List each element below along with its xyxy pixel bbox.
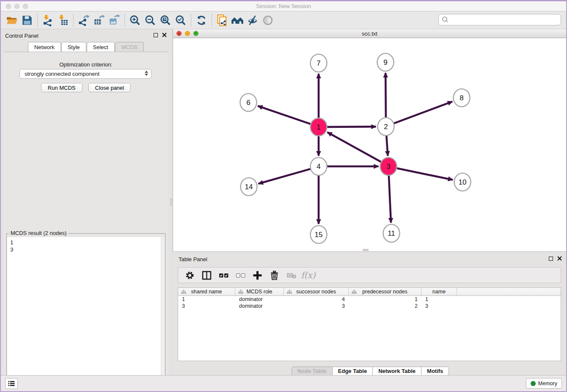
column-header-name[interactable]: name — [421, 288, 457, 295]
export-network-icon[interactable] — [76, 13, 91, 28]
export-image-icon[interactable] — [107, 13, 122, 28]
table-toolbar: f(x) — [178, 267, 561, 283]
result-scrollbar[interactable] — [161, 237, 165, 392]
search-box — [438, 14, 561, 25]
import-table-icon[interactable] — [55, 13, 71, 28]
graph-edge-3-11[interactable] — [389, 175, 391, 223]
column-header-shared-name[interactable]: shared name — [178, 288, 235, 295]
application-window: Session: New Session — [0, 0, 567, 392]
graph-edge-2-9[interactable] — [385, 73, 386, 118]
memory-status-icon — [531, 381, 536, 386]
tab-edge-table[interactable]: Edge Table — [333, 367, 373, 375]
tab-style[interactable]: Style — [61, 42, 86, 52]
list-icon — [7, 379, 16, 388]
zoom-in-icon[interactable] — [127, 13, 143, 28]
control-panel: Control Panel Network Style Select MCDS … — [1, 29, 171, 377]
main-toolbar — [1, 11, 566, 29]
memory-label: Memory — [538, 381, 557, 386]
mcds-result-text[interactable]: 1 3 — [7, 237, 161, 392]
graph-node-label-4: 4 — [317, 163, 320, 171]
function-builder-icon-disabled: f(x) — [303, 270, 314, 281]
import-network-icon[interactable] — [40, 13, 55, 28]
graph-edge-4-14[interactable] — [259, 169, 311, 184]
graph-node-label-3: 3 — [386, 163, 390, 171]
mcds-result-group: MCDS result (2 nodes) 1 3 — [6, 233, 165, 392]
graph-node-label-11: 11 — [388, 229, 395, 237]
status-bar: Memory — [1, 375, 566, 391]
graph-node-label-10: 10 — [459, 178, 467, 186]
create-column-icon[interactable] — [252, 270, 263, 281]
close-table-panel-icon[interactable] — [557, 256, 562, 261]
criterion-select[interactable]: strongly connected component — [19, 69, 151, 79]
graph-node-label-1: 1 — [317, 123, 320, 131]
column-header-successor-nodes[interactable]: successor nodes — [284, 288, 349, 295]
column-header-predecessor-nodes[interactable]: predecessor nodes — [349, 288, 421, 295]
control-panel-tabs: Network Style Select MCDS — [1, 42, 171, 52]
zoom-out-icon[interactable] — [143, 13, 158, 28]
table-row[interactable]: 1dominator411 — [178, 296, 561, 303]
table-header-row: shared name MCDS role successor nodes pr… — [178, 288, 561, 296]
search-input[interactable] — [438, 14, 561, 25]
visibility-disabled-icon — [260, 13, 275, 28]
show-column-icon[interactable] — [201, 270, 212, 281]
tab-motifs[interactable]: Motifs — [421, 367, 449, 375]
export-table-icon[interactable] — [91, 13, 107, 28]
network-window-title: scc.txt — [173, 30, 566, 37]
unselect-all-columns-icon[interactable] — [235, 270, 246, 281]
window-titlebar: Session: New Session — [1, 1, 566, 11]
graph-edge-2-3[interactable] — [386, 135, 388, 156]
open-session-icon[interactable] — [4, 13, 19, 28]
table-settings-gear-icon[interactable] — [184, 270, 195, 281]
graph-edge-1-6[interactable] — [258, 106, 311, 124]
column-header-mcds-role[interactable]: MCDS role — [235, 288, 284, 295]
graph-edge-1-2[interactable] — [327, 127, 376, 127]
graph-node-label-14: 14 — [245, 183, 253, 191]
close-panel-icon[interactable] — [162, 33, 167, 37]
tab-node-table[interactable]: Node Table — [292, 367, 333, 375]
table-panel-title: Table Panel — [179, 256, 207, 262]
graph-node-label-15: 15 — [315, 231, 323, 239]
graph-node-label-9: 9 — [383, 58, 387, 66]
network-window-titlebar[interactable]: x - + scc.txt — [173, 29, 566, 38]
graph-edge-2-8[interactable] — [394, 102, 452, 124]
tab-mcds[interactable]: MCDS — [115, 42, 144, 52]
criterion-selected-value: strongly connected component — [25, 71, 99, 77]
run-mcds-button[interactable]: Run MCDS — [41, 83, 83, 92]
mcds-result-title: MCDS result (2 nodes) — [9, 230, 68, 236]
close-panel-button[interactable]: Close panel — [88, 83, 131, 92]
float-table-panel-icon[interactable] — [549, 257, 553, 261]
graph-edge-3-1[interactable] — [327, 132, 381, 162]
horizontal-scroll-nub[interactable] — [363, 249, 369, 251]
control-panel-title: Control Panel — [5, 33, 39, 39]
delete-column-trash-icon[interactable] — [269, 270, 280, 281]
zoom-selected-icon[interactable] — [173, 13, 188, 28]
task-history-button[interactable] — [5, 378, 18, 389]
network-view-window: x - + scc.txt 1234678910111415 — [173, 29, 566, 252]
tab-network-table[interactable]: Network Table — [373, 367, 421, 375]
network-canvas[interactable]: 1234678910111415 — [173, 38, 566, 251]
tab-select[interactable]: Select — [87, 42, 115, 52]
table-tabs: Node Table Edge Table Network Table Moti… — [173, 367, 567, 375]
search-icon — [442, 16, 449, 25]
hide-selected-eye-icon[interactable] — [245, 13, 260, 28]
memory-button[interactable]: Memory — [526, 378, 562, 389]
table-row[interactable]: 3dominator323 — [178, 303, 561, 309]
optimization-criterion-label: Optimization criterion: — [3, 61, 168, 68]
save-session-icon[interactable] — [19, 13, 35, 28]
tab-network[interactable]: Network — [28, 42, 61, 52]
session-title: Session: New Session — [1, 3, 566, 9]
select-all-columns-icon[interactable] — [218, 270, 229, 281]
mcds-panel: Optimization criterion: strongly connect… — [3, 52, 168, 375]
table-body: 1dominator4113dominator323 — [178, 296, 561, 309]
float-panel-icon[interactable] — [154, 33, 158, 37]
graph-edge-3-10[interactable] — [396, 168, 453, 179]
graph-node-label-7: 7 — [317, 59, 320, 67]
graph-node-label-2: 2 — [384, 123, 388, 131]
node-table: shared name MCDS role successor nodes pr… — [178, 287, 561, 361]
refresh-view-icon[interactable] — [194, 13, 209, 28]
fit-content-icon[interactable] — [158, 13, 173, 28]
graph-node-label-6: 6 — [246, 99, 250, 107]
select-stepper-icon — [145, 71, 148, 76]
show-all-icon[interactable] — [230, 13, 245, 28]
create-network-from-selection-icon[interactable] — [215, 13, 230, 28]
